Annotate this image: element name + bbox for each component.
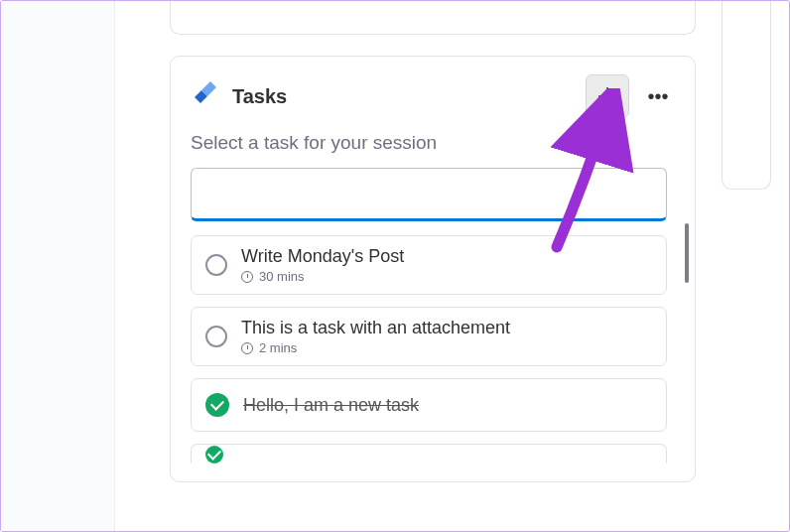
clock-icon <box>241 342 253 354</box>
task-title: Hello, I am a new task <box>243 395 419 416</box>
task-row-partial[interactable] <box>191 444 667 464</box>
task-meta: 2 mins <box>241 340 510 355</box>
task-row[interactable]: Write Monday's Post 30 mins <box>191 235 667 295</box>
task-title: Write Monday's Post <box>241 246 404 267</box>
task-duration: 30 mins <box>259 269 305 284</box>
task-complete-toggle[interactable] <box>205 326 227 347</box>
task-complete-toggle[interactable] <box>205 393 229 417</box>
task-text: Hello, I am a new task <box>243 395 419 416</box>
add-task-button[interactable] <box>586 74 629 118</box>
ellipsis-icon: ••• <box>647 85 668 108</box>
task-text: Write Monday's Post 30 mins <box>241 246 404 284</box>
todo-logo-icon <box>191 81 220 111</box>
task-meta: 30 mins <box>241 269 404 284</box>
previous-card-bottom <box>170 1 696 35</box>
task-duration: 2 mins <box>259 340 297 355</box>
task-row[interactable]: This is a task with an attachement 2 min… <box>191 307 667 366</box>
task-complete-toggle[interactable] <box>205 254 227 276</box>
scrollbar[interactable] <box>685 223 689 283</box>
tasks-card: Tasks ••• Select a task for your session… <box>170 56 696 482</box>
task-title: This is a task with an attachement <box>241 318 510 338</box>
card-title: Tasks <box>232 85 574 108</box>
task-text: This is a task with an attachement 2 min… <box>241 318 510 355</box>
adjacent-card-right <box>722 1 771 190</box>
task-complete-toggle[interactable] <box>205 446 223 464</box>
task-row[interactable]: Hello, I am a new task <box>191 378 667 432</box>
clock-icon <box>241 271 253 283</box>
task-input[interactable] <box>191 168 667 221</box>
more-options-button[interactable]: ••• <box>641 79 675 113</box>
left-rail <box>1 1 115 532</box>
card-subtitle: Select a task for your session <box>191 132 675 154</box>
card-header: Tasks ••• <box>191 74 675 118</box>
plus-icon <box>596 85 618 107</box>
